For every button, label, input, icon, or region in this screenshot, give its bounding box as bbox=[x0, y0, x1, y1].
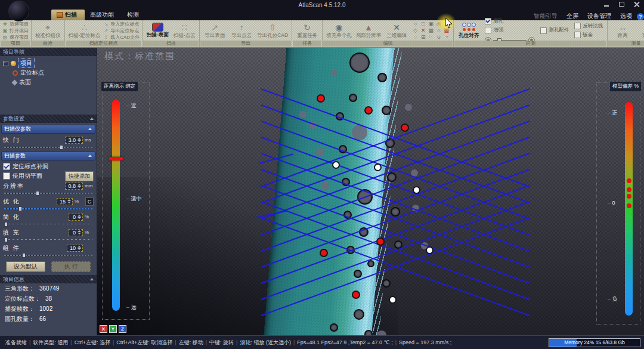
optimize-spinner[interactable]: 15 bbox=[57, 198, 73, 205]
close-button[interactable] bbox=[633, 1, 640, 8]
tab-scan[interactable]: 扫描 bbox=[51, 10, 85, 20]
distance-button[interactable]: ↔距离 bbox=[610, 21, 635, 41]
tree-item-surface[interactable]: 表面 bbox=[13, 78, 97, 87]
menu-smart-guide[interactable]: 智能引导 bbox=[534, 12, 558, 20]
fill-slider[interactable] bbox=[4, 237, 92, 242]
export-surface-button[interactable]: ↗导出表面 bbox=[202, 21, 227, 41]
save-project-button[interactable]: ▤保存项目 bbox=[2, 35, 29, 40]
menu-fullscreen[interactable]: 全屏 bbox=[566, 12, 578, 20]
slider-thumb[interactable] bbox=[22, 253, 26, 258]
slider-thumb[interactable] bbox=[4, 222, 8, 227]
export-targets-button[interactable]: ↗导出定位标点 bbox=[103, 28, 140, 33]
button-label: 导出孔位CAD bbox=[257, 32, 288, 39]
restore-button[interactable] bbox=[618, 1, 626, 8]
target-hole-fill-checkbox[interactable]: 定位标点补洞 bbox=[0, 162, 97, 171]
enhance-checkbox[interactable]: 增强 bbox=[485, 27, 535, 34]
magnet-icon[interactable]: ∪ bbox=[435, 34, 442, 41]
shutter-slider[interactable] bbox=[4, 145, 92, 150]
spinner-arrows-icon[interactable] bbox=[78, 230, 81, 234]
slider-thumb[interactable] bbox=[18, 206, 22, 211]
tree-item-label: 项目 bbox=[18, 59, 34, 67]
new-project-button[interactable]: ✚新建项目 bbox=[2, 21, 29, 27]
resolution-spinner[interactable]: 0.8 bbox=[65, 183, 83, 190]
menu-device-manager[interactable]: 设备管理 bbox=[587, 12, 611, 20]
axis-z-button[interactable]: Z bbox=[119, 325, 126, 333]
deviation-neg-label: 负 bbox=[608, 295, 618, 303]
tab-advanced[interactable]: 高级功能 bbox=[85, 10, 122, 20]
expand-toggle[interactable] bbox=[3, 61, 8, 66]
deviation-header[interactable]: 模型偏差 % bbox=[610, 82, 641, 91]
select-poly-icon[interactable]: ◇ bbox=[411, 27, 419, 34]
axis-y-button[interactable]: Y bbox=[109, 325, 117, 333]
open-project-button[interactable]: ▣打开项目 bbox=[2, 28, 29, 33]
3d-viewport[interactable]: 模式：标准范围 距离指示 绑定 近 适中 远 模型偏差 % 正 0 负 XYZ bbox=[97, 48, 644, 335]
reset-task-button[interactable]: ↻重置任务 bbox=[295, 21, 320, 41]
collapse-icon[interactable] bbox=[90, 278, 94, 280]
select-grid-icon[interactable]: ▦ bbox=[427, 27, 435, 34]
help-icon[interactable]: ? bbox=[637, 13, 644, 20]
mouse-cursor-icon bbox=[445, 18, 453, 31]
spinner-arrows-icon[interactable] bbox=[67, 199, 71, 203]
refresh-icon[interactable]: C bbox=[85, 197, 94, 206]
collapse-icon[interactable] bbox=[88, 128, 92, 130]
quick-add-button[interactable]: 快捷添加 bbox=[65, 171, 94, 181]
component-slider[interactable] bbox=[4, 253, 92, 258]
slider-thumb[interactable] bbox=[36, 191, 39, 196]
sheet-metal-checkbox[interactable]: 钣金 bbox=[574, 32, 603, 39]
export-pointcloud-button[interactable]: ↑导出点云 bbox=[229, 21, 254, 41]
load-cad-file-button[interactable]: ⇧载入CAD文件 bbox=[103, 35, 140, 40]
dots-tool-icon[interactable]: ∷ bbox=[427, 34, 435, 41]
spinner-arrows-icon[interactable] bbox=[78, 184, 81, 188]
measure-hole-checkbox[interactable]: 测孔 bbox=[485, 18, 535, 25]
scan-pointcloud-button[interactable]: ∷扫描-点云 bbox=[172, 21, 197, 41]
select-window-icon[interactable]: ▣ bbox=[427, 21, 435, 27]
distance-indicator-header[interactable]: 距离指示 绑定 bbox=[101, 82, 138, 91]
fill-spinner[interactable]: 0 bbox=[69, 229, 83, 236]
spinner-arrows-icon[interactable] bbox=[78, 246, 81, 250]
slider-thumb[interactable] bbox=[4, 237, 8, 242]
minimize-button[interactable] bbox=[603, 1, 611, 8]
fill-single-hole-button[interactable]: ◉填充单个孔 bbox=[325, 21, 353, 41]
scan-targets-button[interactable]: ∴扫描-定位标点 bbox=[67, 21, 102, 41]
param-value: 0 bbox=[73, 214, 76, 220]
spinner-arrows-icon[interactable] bbox=[78, 138, 81, 142]
axis-x-button[interactable]: X bbox=[100, 325, 107, 333]
simplify-spinner[interactable]: 0 bbox=[69, 214, 83, 221]
scan-params-header[interactable]: 扫描参数 bbox=[1, 152, 95, 160]
undo-icon[interactable]: ◔ bbox=[442, 34, 450, 41]
collapse-icon[interactable] bbox=[90, 118, 94, 120]
local-resolution-button[interactable]: ▲局部分辨率 bbox=[355, 21, 383, 41]
select-rect-icon[interactable]: □ bbox=[419, 21, 427, 27]
invert-normals-checkbox[interactable]: 反转法线 bbox=[574, 23, 603, 30]
tree-item-project[interactable]: 项目 bbox=[3, 58, 97, 68]
tab-inspect[interactable]: 检测 bbox=[122, 10, 147, 20]
status-segment: Fps=48.1 Fps2=47.9 ,Temp2 = 47.0 ℃ ; bbox=[295, 339, 394, 345]
spinner-arrows-icon[interactable] bbox=[78, 215, 81, 219]
optimize-slider[interactable] bbox=[4, 206, 92, 211]
hole-fitting-checkbox[interactable]: 测孔配件 bbox=[540, 27, 569, 34]
export-holes-cad-button[interactable]: ⇧导出孔位CAD bbox=[256, 21, 289, 41]
hole-align-button[interactable]: 孔位对齐 bbox=[456, 21, 481, 41]
shutter-spinner[interactable]: 3.0 bbox=[65, 137, 83, 144]
menu-options[interactable]: 选项 bbox=[620, 12, 632, 20]
scanner-params-header[interactable]: 扫描仪参数 bbox=[1, 125, 95, 134]
execute-button[interactable]: 执 行 bbox=[51, 261, 91, 272]
scan-surface-button[interactable]: 扫描-表面 bbox=[145, 21, 170, 41]
view-hole-button[interactable]: ◎查看孔 bbox=[637, 21, 644, 41]
component-spinner[interactable]: 10 bbox=[67, 245, 83, 252]
slider-thumb[interactable] bbox=[60, 145, 63, 150]
tree-item-targets[interactable]: 定位标点 bbox=[13, 68, 97, 78]
select-circle-icon[interactable]: ○ bbox=[411, 21, 419, 27]
import-targets-button[interactable]: ↘导入定位标点 bbox=[103, 21, 140, 27]
distance-marker[interactable] bbox=[109, 157, 123, 160]
collapse-icon[interactable] bbox=[88, 155, 92, 157]
delete-selection-icon[interactable]: ✕ bbox=[419, 27, 427, 34]
simplify-slider[interactable] bbox=[4, 222, 92, 227]
select-lasso-icon[interactable]: ◌ bbox=[411, 34, 419, 41]
set-default-button[interactable]: 设为默认 bbox=[6, 261, 45, 272]
edit-3d-button[interactable]: ✕三维编辑 bbox=[384, 21, 409, 41]
use-cut-plane-checkbox[interactable]: 使用切平面快捷添加 bbox=[0, 171, 97, 181]
resolution-slider[interactable] bbox=[4, 191, 92, 196]
table-icon[interactable]: ⊞ bbox=[419, 34, 427, 41]
calibrate-scanner-button[interactable]: ⌖校准扫描仪 bbox=[34, 21, 62, 41]
